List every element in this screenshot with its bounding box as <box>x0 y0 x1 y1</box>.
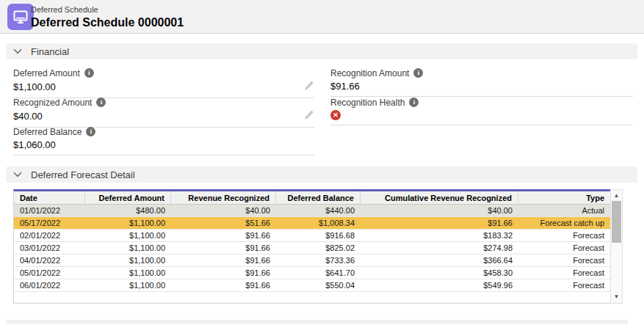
section-header-financial[interactable]: Financial <box>6 43 637 59</box>
chevron-down-icon <box>13 48 22 54</box>
column-header-cumulative-revenue-recognized[interactable]: Cumulative Revenue Recognized <box>361 191 518 204</box>
table-cell: 06/01/2022 <box>14 279 85 291</box>
section-title-financial: Financial <box>31 46 69 57</box>
table-cell: $480.00 <box>85 205 171 216</box>
table-cell: 04/01/2022 <box>14 254 85 266</box>
field-label: Recognition Health <box>330 98 405 108</box>
field-label: Deferred Balance <box>13 127 82 137</box>
table-cell: $916.68 <box>276 230 361 241</box>
section-title-forecast-detail: Deferred Forecast Detail <box>31 169 135 180</box>
chevron-down-icon <box>13 172 22 177</box>
field-value: $1,100.00 <box>13 81 56 92</box>
table-cell: $1,100.00 <box>85 230 171 241</box>
table-cell: $1,100.00 <box>85 279 171 291</box>
forecast-table-header: Date Deferred Amount Revenue Recognized … <box>14 191 610 205</box>
table-cell: $549.96 <box>361 279 518 291</box>
scrollbar-thumb[interactable] <box>612 201 621 243</box>
next-section-bar[interactable] <box>6 320 628 324</box>
field-recognition-amount: Recognition Amount i $91.66 <box>330 67 633 97</box>
table-cell: $91.66 <box>171 279 276 291</box>
column-header-date[interactable]: Date <box>14 191 85 204</box>
field-recognized-amount: Recognized Amount i $40.00 <box>13 97 314 128</box>
table-row[interactable]: 04/01/2022$1,100.00$91.66$733.36$366.64F… <box>14 254 610 267</box>
table-cell: Forecast catch up <box>518 217 610 229</box>
table-cell: $1,100.00 <box>85 242 171 254</box>
scroll-down-arrow[interactable]: ▼ <box>611 292 622 302</box>
table-row[interactable]: 06/01/2022$1,100.00$91.66$550.04$549.96F… <box>14 279 610 292</box>
record-title: Deferred Schedule 0000001 <box>31 15 184 30</box>
desktop-monitor-icon <box>12 8 29 26</box>
table-cell: $1,100.00 <box>85 217 171 229</box>
field-value: $40.00 <box>13 111 43 122</box>
table-cell: $91.66 <box>361 217 518 229</box>
table-row[interactable]: 03/01/2022$1,100.00$91.66$825.02$274.98F… <box>14 242 610 254</box>
table-cell: $40.00 <box>361 205 518 216</box>
table-cell: 05/17/2022 <box>14 217 85 229</box>
forecast-table: Date Deferred Amount Revenue Recognized … <box>13 189 623 304</box>
table-cell: 02/01/2022 <box>14 230 85 241</box>
table-cell: Forecast <box>518 230 610 241</box>
table-cell: Forecast <box>518 267 610 279</box>
info-icon[interactable]: i <box>409 98 419 107</box>
table-cell: $733.36 <box>276 254 361 266</box>
table-cell: $1,100.00 <box>85 254 171 266</box>
forecast-table-body: 01/01/2022$480.00$40.00$440.00$40.00Actu… <box>14 205 610 292</box>
field-label: Recognized Amount <box>13 98 92 108</box>
field-label: Recognition Amount <box>330 68 409 78</box>
info-icon[interactable]: i <box>96 98 106 107</box>
field-deferred-balance: Deferred Balance i $1,060.00 <box>13 126 314 155</box>
info-icon[interactable]: i <box>86 127 95 136</box>
table-cell: $40.00 <box>171 205 276 216</box>
info-icon[interactable]: i <box>84 68 94 78</box>
table-cell: 03/01/2022 <box>14 242 85 254</box>
table-cell: Actual <box>518 205 610 216</box>
pencil-icon[interactable] <box>304 110 314 122</box>
table-cell: Forecast <box>518 279 610 291</box>
field-label: Deferred Amount <box>13 68 80 78</box>
table-cell: $91.66 <box>171 230 276 241</box>
table-cell: 01/01/2022 <box>14 205 85 216</box>
table-cell: $1,100.00 <box>85 267 171 279</box>
table-cell: $51.66 <box>171 217 276 229</box>
error-red-x-icon: ✕ <box>330 110 341 120</box>
table-row[interactable]: 01/01/2022$480.00$40.00$440.00$40.00Actu… <box>14 205 610 217</box>
table-row[interactable]: 05/01/2022$1,100.00$91.66$641.70$458.30F… <box>14 267 610 279</box>
table-cell: $825.02 <box>276 242 361 254</box>
table-cell: $440.00 <box>276 205 361 216</box>
table-cell: Forecast <box>518 254 610 266</box>
table-cell: $641.70 <box>276 267 361 279</box>
field-value: $1,060.00 <box>13 139 56 150</box>
table-cell: $366.64 <box>361 254 518 266</box>
field-deferred-amount: Deferred Amount i $1,100.00 <box>13 67 314 98</box>
table-cell: $274.98 <box>361 242 518 254</box>
table-row[interactable]: 02/01/2022$1,100.00$91.66$916.68$183.32F… <box>14 230 610 242</box>
table-cell: $458.30 <box>361 267 518 279</box>
column-header-deferred-balance[interactable]: Deferred Balance <box>276 191 361 204</box>
section-header-forecast-detail[interactable]: Deferred Forecast Detail <box>6 166 637 183</box>
table-cell: $1,008.34 <box>276 217 361 229</box>
field-recognition-health: Recognition Health i ✕ <box>330 97 633 125</box>
column-header-deferred-amount[interactable]: Deferred Amount <box>85 191 171 204</box>
field-value: $91.66 <box>330 81 360 92</box>
table-cell: $550.04 <box>276 279 361 291</box>
deferred-schedule-page: Deferred Schedule Deferred Schedule 0000… <box>0 0 644 330</box>
table-cell: $91.66 <box>171 242 276 254</box>
table-row[interactable]: 05/17/2022$1,100.00$51.66$1,008.34$91.66… <box>14 217 610 230</box>
table-cell: $91.66 <box>171 267 276 279</box>
scroll-up-arrow[interactable]: ▲ <box>611 191 622 201</box>
table-cell: Forecast <box>518 242 610 254</box>
record-titles: Deferred Schedule Deferred Schedule 0000… <box>31 4 184 30</box>
forecast-grid: Date Deferred Amount Revenue Recognized … <box>13 189 610 304</box>
record-header: Deferred Schedule Deferred Schedule 0000… <box>0 0 644 34</box>
entity-type-label: Deferred Schedule <box>31 4 184 15</box>
table-cell: 05/01/2022 <box>14 267 85 279</box>
table-cell: $91.66 <box>171 254 276 266</box>
column-header-type[interactable]: Type <box>518 191 610 204</box>
deferred-schedule-entity-icon <box>7 4 34 30</box>
table-cell: $183.32 <box>361 230 518 241</box>
vertical-scrollbar[interactable]: ▲ ▼ <box>610 189 623 304</box>
pencil-icon[interactable] <box>304 81 314 93</box>
column-header-revenue-recognized[interactable]: Revenue Recognized <box>171 191 276 204</box>
info-icon[interactable]: i <box>413 68 423 78</box>
